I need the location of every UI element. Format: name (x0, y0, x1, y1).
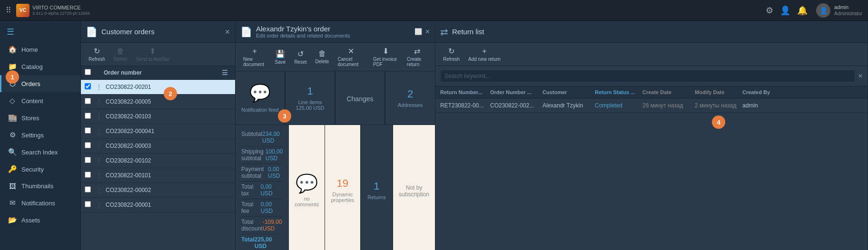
fee-value: 0,00 USD (261, 201, 283, 214)
pdf-label: Get invoice PDF (373, 57, 398, 67)
return-search-bar: ✕ (435, 66, 868, 87)
shipping-value: 100,00 USD (266, 148, 283, 162)
orders-panel-header: 📄 Customer orders ✕ (81, 21, 235, 43)
sidebar-item-notifications[interactable]: ✉ Notifications (0, 194, 80, 212)
row-checkbox[interactable] (85, 113, 91, 119)
sidebar-item-content[interactable]: ◇ Content (0, 92, 80, 109)
no-comments-label: no comments (293, 196, 320, 207)
return-number: RET230822-00... (440, 102, 490, 109)
orders-delete-button[interactable]: 🗑 Delete (110, 45, 131, 64)
sidebar-item-thumbnails[interactable]: 🖼 Thumbnails (0, 178, 80, 194)
sidebar-item-assets[interactable]: 📂 Assets (0, 212, 80, 229)
reset-button[interactable]: ↺ Reset (290, 48, 310, 67)
row-checkbox[interactable] (85, 172, 91, 178)
not-by-subscription-card[interactable]: Not by subscription (393, 125, 435, 250)
row-checkbox[interactable] (85, 201, 91, 207)
save-label: Save (275, 59, 286, 65)
table-row[interactable]: ⋮ CO230822-00005 (81, 95, 235, 109)
changes-card[interactable]: Changes (335, 71, 385, 125)
stores-icon: 🏬 (8, 114, 17, 122)
settings-icon[interactable]: ⚙ (766, 5, 773, 16)
row-checkbox[interactable] (85, 186, 91, 192)
col-order-number-header: Order Number ... (490, 89, 542, 95)
drag-handle: ⋮ (96, 113, 104, 120)
minimize-button[interactable]: ⬜ (414, 28, 422, 35)
send-to-avatax-button[interactable]: ⬆ Send to AvaTax (132, 45, 173, 64)
get-invoice-pdf-button[interactable]: ⬇ Get invoice PDF (369, 45, 402, 69)
row-checkbox[interactable] (85, 83, 91, 89)
table-row[interactable]: ⋮ CO230822-00101 (81, 168, 235, 183)
created-by: admin (742, 102, 863, 109)
profile-icon[interactable]: 👤 (780, 5, 790, 16)
drag-handle: ⋮ (96, 84, 104, 90)
row-checkbox[interactable] (85, 98, 91, 104)
comments-card[interactable]: 💬 no comments (289, 125, 324, 250)
user-info: admin Administrator (834, 4, 862, 17)
orders-panel-icon: 📄 (86, 26, 98, 38)
close-button[interactable]: ✕ (425, 28, 430, 35)
badge-1: 1 (6, 70, 19, 84)
returns-card[interactable]: 1 Returns (361, 125, 393, 250)
sidebar-item-settings[interactable]: ⚙ Settings (0, 126, 80, 144)
return-table-header: Return Number... Order Number ... Custom… (435, 87, 868, 98)
row-checkbox[interactable] (85, 127, 91, 134)
content-icon: ◇ (8, 96, 17, 105)
col-create-date-header: Create Date (642, 89, 695, 95)
sidebar-item-home[interactable]: 🏠 Home (0, 41, 80, 58)
select-all-checkbox[interactable] (85, 69, 91, 75)
return-search-input[interactable] (440, 70, 855, 82)
line-items-count: 1 (307, 85, 313, 97)
payment-row: Payment subtotal 0,00 USD (241, 164, 283, 182)
delete-order-button[interactable]: 🗑 Delete (312, 48, 333, 66)
addresses-card[interactable]: 2 Addresses (385, 71, 435, 125)
table-row[interactable]: ⋮ CO230822-00002 (81, 183, 235, 198)
new-document-button[interactable]: + New document (239, 45, 270, 69)
order-detail-title-area: 📄 Alexandr Tzykin's order Edit order det… (240, 25, 350, 38)
returns-label: Returns (367, 194, 386, 200)
top-header: ⠿ VC VIRTO COMMERCE 3.411.0-alpha.12726-… (0, 0, 868, 21)
save-button[interactable]: 💾 Save (271, 48, 290, 67)
notifications-bell-icon[interactable]: 🔔 (797, 5, 808, 16)
return-table-row[interactable]: RET230822-00... CO230822-002... Alexandr… (435, 98, 868, 113)
table-row[interactable]: ⋮ CO230822-00103 (81, 109, 235, 124)
order-id: CO230822-00001 (106, 202, 231, 208)
reset-icon: ↺ (297, 49, 304, 58)
sidebar-menu-button[interactable]: ☰ (0, 23, 80, 41)
customer-name: Alexandr Tzykin (542, 102, 595, 109)
col-customer-header: Customer (542, 89, 595, 95)
create-return-button[interactable]: ⇄ Create return (403, 45, 431, 69)
refresh-label: Refresh (89, 57, 105, 62)
table-row[interactable]: ⋮ CO230822-00003 (81, 139, 235, 154)
search-nav-icon: 🔍 (8, 148, 17, 156)
dynamic-props-label: Dynamic properties (329, 192, 356, 203)
tax-row: Total tax 0,00 USD (241, 182, 283, 199)
add-return-label: Add new return (468, 57, 501, 62)
list-view-toggle[interactable]: ☰ (222, 69, 231, 77)
table-row[interactable]: ⋮ CO230822-00102 (81, 154, 235, 168)
discount-label: Total discount (241, 219, 263, 232)
tax-label: Total tax (241, 183, 260, 197)
tax-value: 0,00 USD (260, 183, 283, 197)
add-new-return-button[interactable]: + Add new return (464, 45, 504, 64)
return-refresh-button[interactable]: ↻ Refresh (439, 45, 464, 64)
line-items-card[interactable]: 1 Line items 125,00 USD (286, 71, 335, 125)
orders-panel-close-button[interactable]: ✕ (225, 28, 230, 36)
sidebar-item-security[interactable]: 🔑 Security (0, 161, 80, 178)
orders-refresh-button[interactable]: ↻ Refresh (85, 45, 109, 64)
search-clear-button[interactable]: ✕ (858, 73, 863, 79)
table-row[interactable]: ⋮ CO230822-00201 (81, 80, 235, 95)
drag-handle: ⋮ (96, 128, 104, 135)
table-row[interactable]: ⋮ CO230822-000041 (81, 124, 235, 139)
not-by-subscription-label: Not by subscription (397, 183, 431, 200)
grid-menu-icon[interactable]: ⠿ (6, 6, 11, 15)
modify-date: 2 минуты назад (695, 102, 742, 109)
sidebar-item-stores[interactable]: 🏬 Stores (0, 109, 80, 126)
sidebar-item-label: Orders (21, 80, 40, 87)
dynamic-properties-card[interactable]: 19 Dynamic properties (325, 125, 360, 250)
sidebar-item-search-index[interactable]: 🔍 Search Index (0, 144, 80, 161)
row-checkbox[interactable] (85, 157, 91, 163)
row-checkbox[interactable] (85, 142, 91, 148)
cancel-document-button[interactable]: ✕ Cancel document (334, 45, 368, 69)
table-row[interactable]: ⋮ CO230822-00001 (81, 198, 235, 212)
drag-handle: ⋮ (96, 98, 104, 105)
